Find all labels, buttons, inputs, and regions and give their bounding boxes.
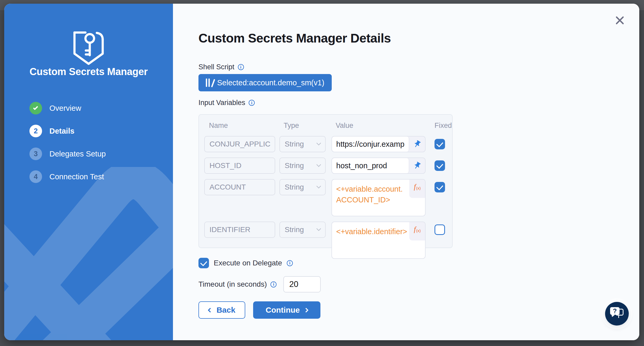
table-row: CONJUR_APPLIC String https://conjur.exam…	[204, 136, 452, 152]
step-label: Details	[49, 127, 74, 135]
info-icon[interactable]	[287, 260, 293, 266]
wizard-title: Custom Secrets Manager	[4, 66, 173, 77]
chevron-down-icon	[316, 141, 321, 145]
column-header-name: Name	[204, 122, 275, 130]
variable-value-field: https://conjur.examp	[331, 136, 426, 152]
shell-script-label: Shell Script	[198, 63, 244, 71]
chevron-down-icon	[316, 162, 321, 167]
variable-value-input[interactable]: https://conjur.examp	[332, 137, 409, 152]
timeout-row: Timeout (in seconds) 20	[198, 276, 321, 292]
step-complete-icon	[29, 102, 42, 114]
step-label: Delegates Setup	[49, 150, 106, 158]
table-row: IDENTIFIER String <+variable.identifier>…	[204, 222, 452, 259]
step-details[interactable]: 2 Details	[29, 125, 106, 137]
variable-type-select[interactable]: String	[279, 179, 326, 195]
execute-on-delegate-row: Execute on Delegate	[198, 258, 293, 268]
fixed-checkbox[interactable]	[435, 160, 445, 171]
variable-type-value: String	[285, 140, 304, 148]
fx-sub-glyph: (x)	[416, 228, 421, 233]
pin-icon[interactable]	[409, 158, 425, 173]
shell-script-label-text: Shell Script	[198, 63, 234, 71]
variable-name-input[interactable]: ACCOUNT	[204, 179, 275, 195]
variable-value-field[interactable]: <+variable.identifier> f(x)	[331, 222, 426, 259]
expression-fx-icon[interactable]: f(x)	[409, 180, 425, 198]
timeout-input[interactable]: 20	[283, 276, 321, 292]
input-variables-label: Input Variables	[198, 99, 255, 107]
variable-name-value: ACCOUNT	[209, 183, 246, 191]
variable-type-value: String	[285, 226, 304, 234]
fixed-checkbox[interactable]	[435, 224, 445, 235]
variable-value-field: host_non_prod	[331, 158, 426, 174]
wizard-steps: Overview 2 Details 3 Delegates Setup 4 C…	[29, 102, 106, 193]
step-label: Connection Test	[49, 172, 104, 181]
step-number-badge: 2	[29, 125, 42, 137]
info-icon[interactable]	[270, 281, 277, 287]
screen-background: Custom Secrets Manager Overview 2 Detail…	[0, 0, 644, 346]
variable-type-select[interactable]: String	[279, 222, 326, 238]
step-connection-test[interactable]: 4 Connection Test	[29, 170, 106, 183]
variable-value-text: https://conjur.examp	[336, 140, 405, 149]
library-icon	[206, 78, 212, 87]
fixed-checkbox[interactable]	[435, 139, 445, 149]
wizard-sidebar: Custom Secrets Manager Overview 2 Detail…	[4, 4, 173, 340]
variable-type-select[interactable]: String	[279, 158, 326, 174]
timeout-value: 20	[289, 280, 298, 289]
variable-name-input[interactable]: IDENTIFIER	[204, 222, 275, 238]
variable-name-input[interactable]: CONJUR_APPLIC	[204, 136, 275, 152]
variable-type-select[interactable]: String	[279, 136, 326, 152]
expression-fx-icon[interactable]: f(x)	[409, 222, 425, 240]
execute-on-delegate-checkbox[interactable]	[198, 258, 209, 268]
chevron-left-icon	[208, 308, 212, 312]
step-delegates-setup[interactable]: 3 Delegates Setup	[29, 148, 106, 160]
input-variables-label-text: Input Variables	[198, 99, 245, 107]
fx-glyph: f	[414, 225, 416, 233]
variable-value-text: host_non_prod	[336, 161, 387, 170]
step-overview[interactable]: Overview	[29, 102, 106, 114]
footer-buttons: Back Continue	[198, 301, 320, 319]
custom-secrets-manager-dialog: Custom Secrets Manager Overview 2 Detail…	[4, 4, 639, 340]
fixed-checkbox[interactable]	[435, 182, 445, 192]
variable-value-field[interactable]: <+variable.account.ACCOUNT_ID> f(x)	[331, 179, 426, 216]
step-number-badge: 4	[29, 170, 42, 183]
close-icon[interactable]	[615, 16, 625, 25]
step-number-badge: 3	[29, 148, 42, 160]
column-header-fixed: Fixed	[435, 122, 452, 130]
table-header: Name Type Value Fixed	[204, 122, 452, 130]
info-icon[interactable]	[238, 64, 244, 70]
chevron-right-icon	[304, 308, 309, 312]
table-row: HOST_ID String host_non_prod	[204, 158, 452, 174]
execute-on-delegate-label: Execute on Delegate	[214, 259, 282, 267]
variable-type-value: String	[285, 183, 304, 191]
page-title: Custom Secrets Manager Details	[198, 31, 391, 45]
chevron-down-icon	[316, 226, 321, 231]
back-button[interactable]: Back	[198, 301, 245, 319]
column-header-value: Value	[331, 122, 426, 130]
fx-sub-glyph: (x)	[416, 186, 421, 190]
variable-name-input[interactable]: HOST_ID	[204, 158, 275, 174]
details-panel: Custom Secrets Manager Details Shell Scr…	[173, 4, 639, 340]
pin-icon[interactable]	[409, 137, 425, 152]
variable-type-value: String	[285, 161, 304, 170]
variable-name-value: CONJUR_APPLIC	[209, 140, 270, 148]
table-row: ACCOUNT String <+variable.account.ACCOUN…	[204, 179, 452, 216]
column-header-type: Type	[279, 122, 326, 130]
info-icon[interactable]	[249, 100, 255, 106]
continue-button-label: Continue	[266, 306, 300, 314]
chevron-down-icon	[316, 184, 321, 188]
timeout-label: Timeout (in seconds)	[198, 280, 267, 289]
variable-name-value: HOST_ID	[209, 161, 241, 170]
selected-script-text: Selected:account.demo_sm(v1)	[217, 78, 324, 87]
back-button-label: Back	[217, 306, 236, 314]
chat-question-icon	[610, 307, 620, 315]
input-variables-table: Name Type Value Fixed CONJUR_APPLIC Stri…	[198, 114, 453, 248]
variable-name-value: IDENTIFIER	[209, 226, 251, 234]
help-chat-button[interactable]	[605, 302, 629, 326]
continue-button[interactable]: Continue	[253, 301, 320, 319]
shell-script-selected-button[interactable]: Selected:account.demo_sm(v1)	[198, 74, 332, 91]
variable-value-input[interactable]: host_non_prod	[332, 158, 409, 173]
step-label: Overview	[49, 104, 81, 113]
secrets-manager-logo-icon	[4, 28, 173, 69]
fx-glyph: f	[414, 183, 416, 191]
